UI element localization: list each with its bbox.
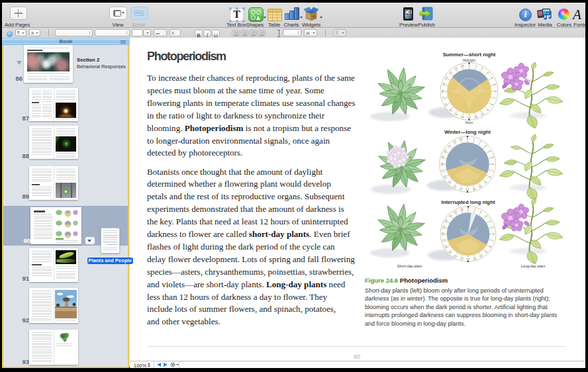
svg-text:18: 18 (440, 162, 444, 165)
svg-text:Winter—long night: Winter—long night (444, 129, 491, 135)
svg-text:Long-day plant: Long-day plant (521, 264, 546, 268)
svg-text:Short-day plant: Short-day plant (397, 264, 422, 268)
svg-text:18: 18 (441, 89, 444, 93)
svg-text:Noon: Noon (466, 120, 473, 124)
svg-text:Interrupted long night: Interrupted long night (442, 199, 495, 205)
svg-text:18: 18 (441, 232, 444, 236)
svg-text:Summer—short night: Summer—short night (443, 52, 496, 58)
svg-text:Midnight: Midnight (463, 58, 476, 62)
